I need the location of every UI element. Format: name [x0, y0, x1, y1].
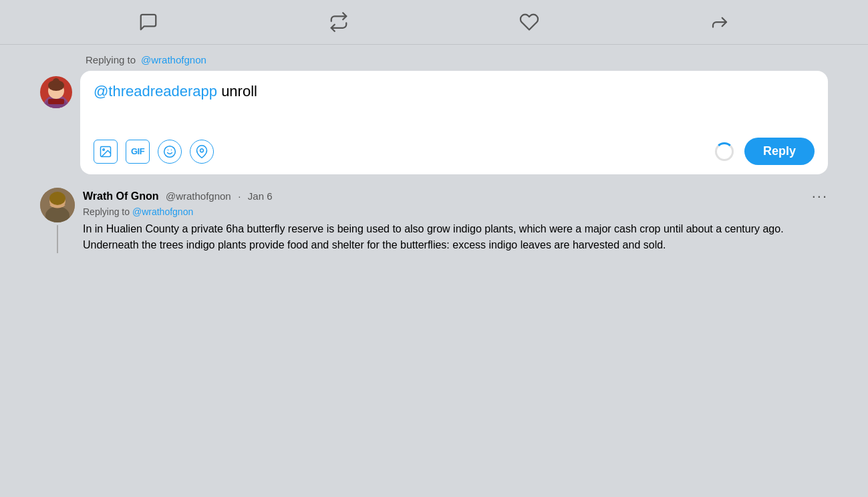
tweet-replying-handle[interactable]: @wrathofgnon	[132, 206, 193, 217]
tweet-left-col	[40, 188, 75, 253]
tweet-content: In in Hualien County a private 6ha butte…	[83, 221, 828, 253]
tweet-card: Wrath Of Gnon @wrathofgnon · Jan 6 ··· R…	[40, 188, 828, 253]
share-icon[interactable]	[710, 12, 730, 32]
user-avatar-col	[40, 65, 72, 108]
tweet-replying-to: Replying to @wrathofgnon	[83, 206, 828, 217]
tweet-avatar[interactable]	[40, 188, 75, 222]
more-options-icon[interactable]: ···	[812, 188, 828, 205]
location-icon[interactable]	[190, 140, 214, 164]
svg-point-7	[103, 148, 105, 150]
replying-to-handle[interactable]: @wrathofgnon	[141, 54, 206, 65]
svg-point-11	[200, 148, 204, 152]
reply-button[interactable]: Reply	[744, 138, 815, 165]
avatar	[40, 76, 72, 108]
reply-context: Replying to @wrathofgnon	[0, 45, 868, 65]
action-bar	[0, 0, 868, 45]
compose-box[interactable]: @threadreaderapp unroll GIF	[80, 71, 828, 174]
loading-spinner	[715, 142, 734, 161]
tweet-header: Wrath Of Gnon @wrathofgnon · Jan 6 ···	[83, 188, 828, 205]
thread-line	[57, 225, 58, 253]
svg-point-8	[164, 146, 176, 157]
mention-tag[interactable]: @threadreaderapp	[94, 83, 217, 100]
tweet-date-value: Jan 6	[248, 190, 273, 202]
retweet-icon[interactable]	[329, 12, 349, 32]
toolbar-icons: GIF	[94, 140, 214, 164]
compose-plain-text[interactable]: unroll	[217, 83, 257, 100]
tweet-section: Wrath Of Gnon @wrathofgnon · Jan 6 ··· R…	[0, 174, 868, 253]
heart-icon[interactable]	[519, 12, 539, 32]
compose-text-area[interactable]: @threadreaderapp unroll	[94, 81, 815, 122]
tweet-replying-label: Replying to	[83, 206, 130, 217]
gif-icon[interactable]: GIF	[126, 140, 150, 164]
comment-icon[interactable]	[138, 12, 158, 32]
tweet-date: ·	[238, 190, 241, 202]
image-icon[interactable]	[94, 140, 118, 164]
replying-to-label: Replying to	[86, 54, 136, 65]
compose-toolbar: GIF	[94, 138, 815, 165]
tweet-author-name[interactable]: Wrath Of Gnon	[83, 190, 158, 202]
emoji-icon[interactable]	[158, 140, 182, 164]
svg-point-4	[53, 78, 59, 85]
svg-rect-5	[48, 99, 64, 104]
tweet-author-handle[interactable]: @wrathofgnon	[166, 190, 231, 202]
tweet-author-info: Wrath Of Gnon @wrathofgnon · Jan 6	[83, 190, 273, 202]
toolbar-right: Reply	[715, 138, 815, 165]
svg-point-15	[49, 192, 65, 205]
tweet-body: Wrath Of Gnon @wrathofgnon · Jan 6 ··· R…	[83, 188, 828, 253]
compose-area: @threadreaderapp unroll GIF	[0, 65, 868, 174]
